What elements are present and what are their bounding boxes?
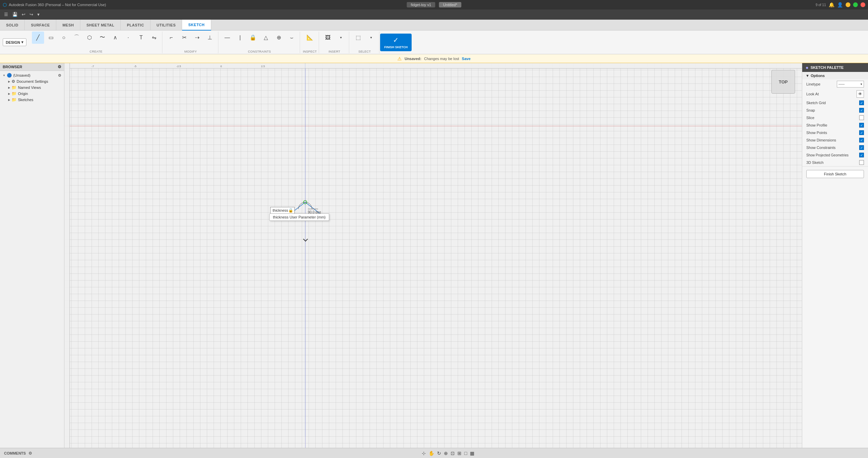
cursor-tool-icon[interactable]: ⊹: [422, 451, 426, 456]
trim-button[interactable]: ✂: [178, 32, 190, 44]
lock-icon: 🔒: [250, 34, 256, 41]
sketch-grid-label: Sketch Grid: [806, 101, 826, 105]
linetype-selector[interactable]: —— ▾: [837, 81, 864, 88]
quick-access-toolbar: ☰ 💾 ↩ ↪ ▾: [0, 9, 868, 20]
extend-button[interactable]: ⇢: [191, 32, 203, 44]
options-section: ▼ Options Linetype —— ▾ Look At 👁 S: [802, 72, 868, 167]
tab-plastic[interactable]: PLASTIC: [121, 20, 151, 31]
qa-redo-button[interactable]: ↪: [28, 11, 35, 18]
show-points-checkbox[interactable]: ✓: [859, 130, 864, 135]
tab-sketch[interactable]: SKETCH: [182, 20, 211, 31]
look-at-button[interactable]: 👁: [856, 90, 864, 98]
ruler-mark-1: -7: [92, 65, 94, 68]
sketch-grid-checkbox[interactable]: ✓: [859, 100, 864, 105]
main-area: BROWSER ⚙ ▼ 🔵 (Unsaved) ⚙ ▶ ⚙ Document S…: [0, 63, 868, 448]
curve-constraint-button[interactable]: ⌣: [285, 32, 298, 44]
grid-tool-icon[interactable]: ⊞: [457, 451, 461, 456]
vertical-constraint-button[interactable]: |: [234, 32, 246, 44]
untitled-tab-label[interactable]: Untitled*: [439, 2, 461, 7]
tree-item-sketches[interactable]: ▶ 📁 Sketches: [0, 97, 64, 103]
slice-checkbox[interactable]: [859, 115, 864, 120]
show-points-row: Show Points ✓: [802, 129, 868, 136]
tab-utilities[interactable]: UTILITIES: [151, 20, 182, 31]
notification-icon[interactable]: 🔔: [829, 2, 834, 7]
break-button[interactable]: ⊥: [204, 32, 216, 44]
inspect-button[interactable]: 📐: [304, 32, 316, 44]
mirror-tool-button[interactable]: ⇋: [148, 32, 160, 44]
view-cube-label: TOP: [779, 79, 788, 84]
sketch-palette-title: SKETCH PALETTE: [810, 65, 844, 70]
tab-surface[interactable]: SURFACE: [25, 20, 56, 31]
fit-tool-icon[interactable]: ⊡: [451, 451, 455, 456]
3d-sketch-checkbox[interactable]: [859, 160, 864, 165]
zoom-tool-icon[interactable]: ⊕: [444, 451, 448, 456]
fillet-button[interactable]: ⌐: [165, 32, 177, 44]
qa-more-button[interactable]: ▾: [36, 11, 41, 18]
spline-tool-button[interactable]: 〜: [96, 32, 108, 44]
tree-item-origin[interactable]: ▶ 📁 Origin: [0, 91, 64, 97]
hand-tool-icon[interactable]: ✋: [429, 451, 434, 456]
look-at-icon: 👁: [858, 92, 862, 96]
arc-tool-button[interactable]: ⌒: [71, 32, 83, 44]
coincident-icon: ⊕: [277, 34, 281, 41]
insert-dropdown-button[interactable]: ▾: [335, 32, 347, 44]
snap-label: Snap: [806, 108, 815, 112]
show-projected-label: Show Projected Geometries: [806, 153, 849, 157]
finish-sketch-panel-button[interactable]: Finish Sketch: [806, 170, 864, 178]
show-projected-checkbox[interactable]: ✓: [859, 153, 864, 157]
tab-solid[interactable]: SOLID: [0, 20, 25, 31]
browser-tree: ▼ 🔵 (Unsaved) ⚙ ▶ ⚙ Document Settings ▶ …: [0, 71, 64, 448]
app-logo-icon: ⬡: [3, 2, 7, 7]
orbit-tool-icon[interactable]: ↻: [437, 451, 441, 456]
view-cube[interactable]: TOP: [771, 70, 795, 94]
options-section-header[interactable]: ▼ Options: [802, 72, 868, 79]
tree-item-doc-settings[interactable]: ▶ ⚙ Document Settings: [0, 78, 64, 84]
show-constraints-checkbox[interactable]: ✓: [859, 145, 864, 150]
save-button[interactable]: Save: [462, 57, 471, 61]
user-icon[interactable]: 👤: [837, 2, 843, 7]
comments-settings-icon[interactable]: ⚙: [28, 451, 32, 456]
select-button[interactable]: ⬚: [352, 32, 364, 44]
coincident-button[interactable]: ⊕: [273, 32, 285, 44]
conic-tool-button[interactable]: ∧: [109, 32, 121, 44]
rectangle-tool-button[interactable]: ▭: [45, 32, 57, 44]
thickness-input[interactable]: thickness 🔒: [270, 207, 295, 214]
finish-sketch-label: FINISH SKETCH: [384, 45, 408, 49]
qa-save-button[interactable]: 💾: [11, 11, 19, 18]
show-profile-checkbox[interactable]: ✓: [859, 123, 864, 128]
canvas[interactable]: -7 -5 -2.5 0 2.5 thickness: [64, 63, 802, 448]
browser-settings-icon[interactable]: ⚙: [58, 64, 61, 69]
line-tool-button[interactable]: ╱: [32, 32, 44, 44]
snap-checkbox[interactable]: ✓: [859, 108, 864, 113]
insert-image-button[interactable]: 🖼: [322, 32, 334, 44]
tree-icon-origin: 📁: [12, 91, 17, 96]
select-dropdown-button[interactable]: ▾: [365, 32, 377, 44]
show-dimensions-checkbox[interactable]: ✓: [859, 138, 864, 142]
triangle-constraint-button[interactable]: △: [260, 32, 272, 44]
browser-label: BROWSER: [3, 65, 22, 69]
finish-sketch-button[interactable]: ✓ FINISH SKETCH: [380, 34, 412, 51]
point-tool-button[interactable]: ·: [122, 32, 134, 44]
qa-new-button[interactable]: ☰: [3, 11, 9, 18]
tab-mesh[interactable]: MESH: [56, 20, 80, 31]
maximize-button[interactable]: [853, 2, 858, 7]
text-tool-button[interactable]: T: [135, 32, 147, 44]
design-dropdown[interactable]: DESIGN ▾: [3, 38, 26, 46]
tree-settings-unsaved[interactable]: ⚙: [58, 73, 61, 78]
tree-item-unsaved[interactable]: ▼ 🔵 (Unsaved) ⚙: [0, 72, 64, 78]
file-tab-label[interactable]: fidget-toy v1: [407, 2, 435, 7]
display-tool-icon[interactable]: □: [464, 451, 467, 456]
horizontal-constraint-button[interactable]: —: [221, 32, 233, 44]
conic-icon: ∧: [113, 34, 117, 41]
lock-constraint-button[interactable]: 🔒: [247, 32, 259, 44]
close-button[interactable]: [861, 2, 865, 7]
insert-image-icon: 🖼: [325, 35, 331, 41]
display2-tool-icon[interactable]: ▦: [470, 451, 474, 456]
polygon-tool-button[interactable]: ⬡: [83, 32, 96, 44]
minimize-button[interactable]: [846, 2, 850, 7]
horizontal-icon: —: [224, 35, 230, 41]
tab-sheet-metal[interactable]: SHEET METAL: [80, 20, 121, 31]
circle-tool-button[interactable]: ○: [58, 32, 70, 44]
tree-item-named-views[interactable]: ▶ 📁 Named Views: [0, 84, 64, 91]
qa-undo-button[interactable]: ↩: [20, 11, 27, 18]
